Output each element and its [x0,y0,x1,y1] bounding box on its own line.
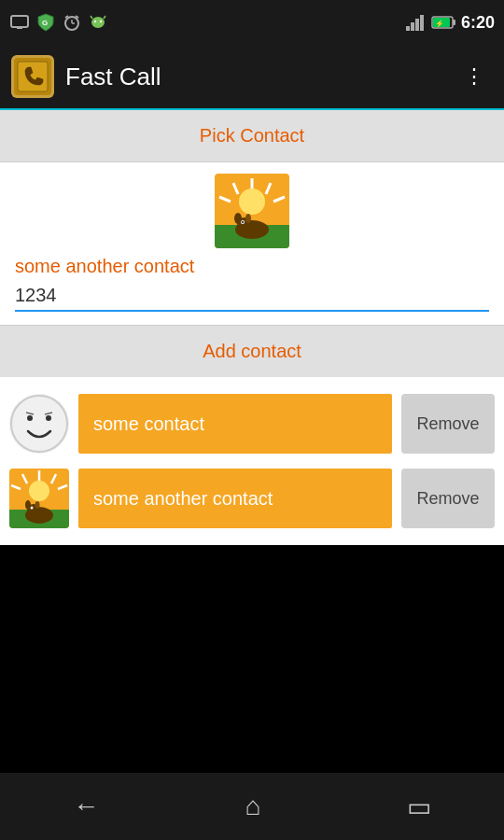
svg-rect-14 [411,22,414,31]
home-button[interactable]: ⌂ [227,784,280,829]
contact-name-button-1[interactable]: some contact [78,394,392,454]
add-contact-button[interactable]: Add contact [0,325,504,377]
contact-preview: some another contact [0,162,504,312]
svg-rect-22 [18,62,48,91]
signal-icon [405,14,427,31]
status-icons-left: G [9,12,108,33]
main-content: Pick Contact [0,110,504,545]
svg-rect-13 [406,26,410,31]
remove-button-1[interactable]: Remove [401,394,495,454]
table-row: some another contact Remove [0,461,504,536]
contact-name-button-2[interactable]: some another contact [78,469,392,528]
svg-point-36 [245,214,251,223]
contact-avatar-sun [9,469,69,528]
remove-button-2[interactable]: Remove [401,469,495,528]
back-button[interactable]: ← [54,784,118,829]
svg-point-54 [35,501,40,509]
contact-number-input[interactable] [15,281,489,312]
screen-icon [9,12,30,33]
svg-point-39 [46,415,51,421]
svg-point-37 [11,396,67,452]
svg-rect-0 [11,16,28,27]
svg-point-38 [27,415,33,421]
app-bar: Fast Call ⋮ [0,45,504,110]
svg-rect-15 [415,19,419,31]
battery-icon: ⚡ [431,15,457,30]
table-row: some contact Remove [0,386,504,461]
app-icon [11,55,54,98]
contact-name-display: some another contact [15,256,489,277]
recents-button[interactable]: ▭ [388,784,450,830]
svg-point-34 [242,221,244,223]
svg-point-52 [31,507,34,510]
svg-line-12 [104,16,105,19]
svg-point-35 [234,213,242,224]
shield-icon: G [35,12,56,33]
status-bar: G [0,0,504,45]
svg-point-9 [94,21,96,22]
svg-rect-16 [420,15,424,31]
svg-point-53 [25,500,31,510]
status-icons-right: ⚡ 6:20 [405,13,495,33]
contact-list: some contact Remove [0,377,504,545]
bottom-nav: ← ⌂ ▭ [0,773,504,840]
overflow-menu-icon[interactable]: ⋮ [456,61,493,92]
svg-point-10 [100,21,102,22]
svg-text:⚡: ⚡ [435,19,444,28]
svg-point-48 [29,481,49,501]
svg-rect-18 [453,20,455,25]
svg-rect-1 [17,27,22,29]
svg-text:G: G [42,19,48,27]
android-icon [88,12,108,33]
contact-avatar-smiley [9,394,69,454]
status-time: 6:20 [461,13,495,33]
alarm-icon [62,12,82,33]
app-title: Fast Call [65,63,445,91]
svg-point-8 [91,17,105,28]
svg-line-11 [91,16,92,19]
pick-contact-button[interactable]: Pick Contact [0,110,504,162]
svg-point-29 [239,189,265,215]
contact-avatar-large [215,174,289,248]
